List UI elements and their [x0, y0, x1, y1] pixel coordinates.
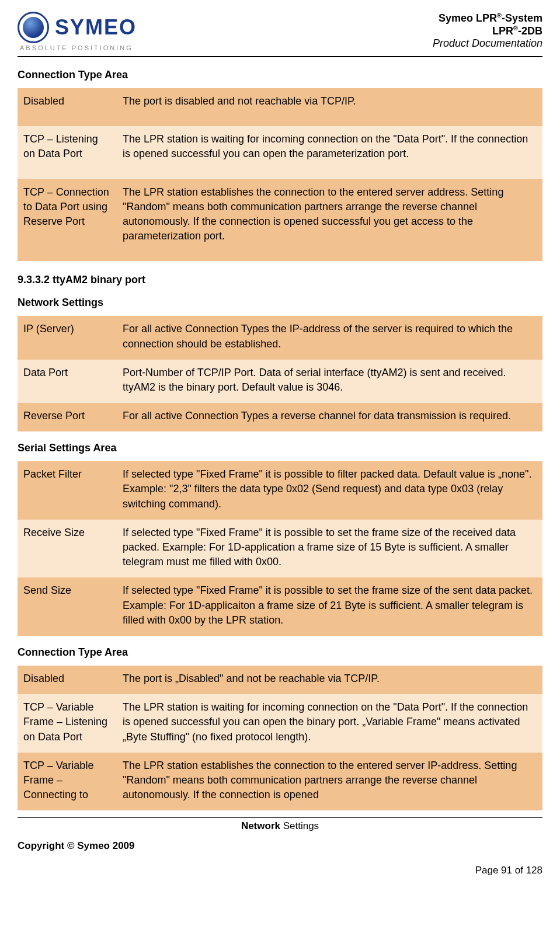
cell-key: TCP – Variable Frame – Connecting to	[18, 753, 117, 811]
section-title-conn-type-1: Connection Type Area	[18, 69, 542, 81]
table-serial-settings: Packet Filter If selected type "Fixed Fr…	[18, 461, 542, 636]
cell-key: Disabled	[18, 88, 117, 126]
section-title-network-settings: Network Settings	[18, 297, 542, 309]
hdr-line3: Product Documentation	[433, 37, 542, 50]
table-row: TCP – Variable Frame – Connecting to The…	[18, 753, 542, 811]
table-network-settings: IP (Server) For all active Connection Ty…	[18, 316, 542, 431]
logo-subtitle: ABSOLUTE POSITIONING	[20, 44, 133, 51]
cell-val: The port is disabled and not reachable v…	[117, 88, 542, 126]
table-conn-type-1: Disabled The port is disabled and not re…	[18, 88, 542, 261]
cell-val: If selected type "Fixed Frame" it is pos…	[117, 577, 542, 636]
table-conn-type-2: Disabled The port is „Disabled" and not …	[18, 666, 542, 810]
cell-val: The port is „Disabled" and not be reacha…	[117, 666, 542, 694]
logo-icon	[18, 12, 49, 43]
table-row: IP (Server) For all active Connection Ty…	[18, 316, 542, 359]
cell-key: TCP – Listening on Data Port	[18, 126, 117, 179]
cell-key: Send Size	[18, 577, 117, 636]
footer-center-rest: Settings	[280, 820, 319, 831]
cell-key: Reverse Port	[18, 403, 117, 431]
table-row: Packet Filter If selected type "Fixed Fr…	[18, 461, 542, 520]
table-row: TCP – Connection to Data Port using Rese…	[18, 179, 542, 262]
cell-key: TCP – Variable Frame – Listening on Data…	[18, 694, 117, 753]
footer-copyright: Copyright © Symeo 2009	[18, 840, 542, 852]
table-row: Receive Size If selected type "Fixed Fra…	[18, 520, 542, 578]
cell-key: Packet Filter	[18, 461, 117, 520]
footer-center-bold: Network	[241, 820, 280, 831]
cell-val: The LPR station establishes the connecti…	[117, 753, 542, 811]
section-title-conn-type-2: Connection Type Area	[18, 646, 542, 659]
section-title-serial-settings: Serial Settings Area	[18, 442, 542, 454]
footer-center: Network Settings	[18, 817, 542, 832]
table-row: Send Size If selected type "Fixed Frame"…	[18, 577, 542, 636]
table-row: Disabled The port is „Disabled" and not …	[18, 666, 542, 694]
cell-val: Port-Number of TCP/IP Port. Data of seri…	[117, 360, 542, 403]
table-row: Reverse Port For all active Connection T…	[18, 403, 542, 431]
table-row: Data Port Port-Number of TCP/IP Port. Da…	[18, 360, 542, 403]
hdr-line1-pre: Symeo LPR	[439, 12, 497, 24]
logo-text: SYMEO	[55, 15, 137, 40]
footer-pagenum: Page 91 of 128	[18, 865, 542, 876]
hdr-line1-post: -System	[502, 12, 542, 24]
hdr-line2-post: -2DB	[518, 25, 542, 37]
cell-val: For all active Connection Types a revers…	[117, 403, 542, 431]
cell-val: The LPR station is waiting for incoming …	[117, 694, 542, 753]
cell-val: The LPR station is waiting for incoming …	[117, 126, 542, 179]
table-row: Disabled The port is disabled and not re…	[18, 88, 542, 126]
hdr-line2-sup: ®	[513, 25, 518, 32]
table-row: TCP – Variable Frame – Listening on Data…	[18, 694, 542, 753]
cell-key: Receive Size	[18, 520, 117, 578]
cell-key: IP (Server)	[18, 316, 117, 359]
header-right: Symeo LPR®-System LPR®-2DB Product Docum…	[433, 12, 542, 50]
logo-block: SYMEO ABSOLUTE POSITIONING	[18, 12, 137, 51]
cell-val: The LPR station establishes the connecti…	[117, 179, 542, 262]
hdr-line2-pre: LPR	[492, 25, 513, 37]
heading-9332: 9.3.3.2 ttyAM2 binary port	[18, 274, 542, 286]
cell-val: If selected type "Fixed Frame" it is pos…	[117, 520, 542, 578]
cell-val: For all active Connection Types the IP-a…	[117, 316, 542, 359]
cell-val: If selected type "Fixed Frame" it is pos…	[117, 461, 542, 520]
cell-key: Disabled	[18, 666, 117, 694]
table-row: TCP – Listening on Data Port The LPR sta…	[18, 126, 542, 179]
cell-key: TCP – Connection to Data Port using Rese…	[18, 179, 117, 262]
hdr-line1-sup: ®	[497, 12, 502, 19]
page-header: SYMEO ABSOLUTE POSITIONING Symeo LPR®-Sy…	[18, 12, 542, 57]
cell-key: Data Port	[18, 360, 117, 403]
